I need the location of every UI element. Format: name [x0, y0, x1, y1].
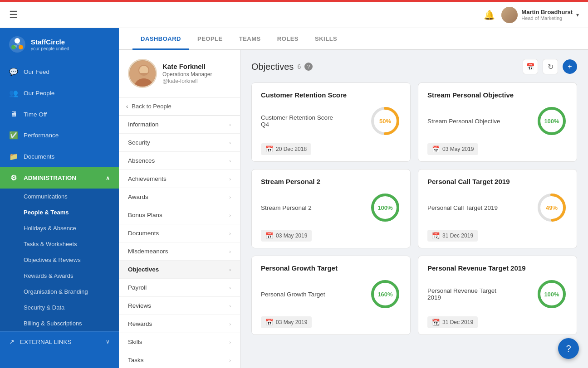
menu-label-skills: Skills	[128, 339, 142, 345]
sidebar-logo: StaffCircle your people unified	[0, 28, 119, 61]
chevron-absences-icon: ›	[229, 158, 231, 164]
sidebar-sub-organisation-branding[interactable]: Organisation & Branding	[0, 284, 119, 300]
tab-teams[interactable]: TEAMS	[231, 28, 269, 50]
obj-card-footer: 📅 03 May 2019	[261, 230, 401, 242]
admin-chevron-icon: ∧	[106, 175, 110, 181]
date-badge: 📆 31 Dec 2019	[427, 230, 478, 242]
sidebar-item-our-feed[interactable]: 💬 Our Feed	[0, 61, 119, 82]
menu-item-objectives[interactable]: Objectives ›	[119, 261, 240, 279]
sidebar-sub-tasks-worksheets[interactable]: Tasks & Worksheets	[0, 236, 119, 252]
objective-card-personal-call-target: Personal Call Target 2019 Personal Call …	[418, 169, 577, 248]
menu-item-documents[interactable]: Documents ›	[119, 224, 240, 242]
chevron-information-icon: ›	[229, 122, 231, 127]
menu-item-misdemeanors[interactable]: Misdemeanors ›	[119, 242, 240, 261]
user-details: Martin Broadhurst Head of Marketing	[521, 9, 573, 21]
sidebar-sub-billing[interactable]: Billing & Subscriptions	[0, 315, 119, 331]
menu-item-tasks[interactable]: Tasks ›	[119, 351, 240, 368]
menu-item-skills[interactable]: Skills ›	[119, 333, 240, 351]
people-sidebar: Kate Forknell Operations Manager @kate-f…	[119, 50, 240, 368]
sidebar-item-performance[interactable]: ✅ Performance	[0, 125, 119, 146]
menu-item-rewards[interactable]: Rewards ›	[119, 315, 240, 333]
user-info[interactable]: Martin Broadhurst Head of Marketing ▾	[501, 7, 579, 23]
float-help-button[interactable]: ?	[558, 338, 579, 359]
user-role: Head of Marketing	[521, 15, 573, 21]
tab-dashboard[interactable]: DASHBOARD	[132, 28, 189, 50]
profile-title: Operations Manager	[162, 71, 212, 77]
objectives-title-text: Objectives	[251, 62, 294, 72]
sidebar-sub-security-data[interactable]: Security & Data	[0, 300, 119, 315]
menu-label-absences: Absences	[128, 157, 155, 164]
menu-item-bonus-plans[interactable]: Bonus Plans ›	[119, 206, 240, 224]
obj-card-footer: 📆 31 Dec 2019	[427, 316, 568, 328]
sidebar-sub-communications[interactable]: Communications	[0, 189, 119, 204]
obj-card-label: Personal Revenue Target 2019	[427, 287, 509, 301]
menu-item-awards[interactable]: Awards ›	[119, 188, 240, 206]
menu-item-payroll[interactable]: Payroll ›	[119, 279, 240, 297]
calendar-date-icon: 📆	[432, 319, 440, 326]
sidebar-item-documents[interactable]: 📁 Documents	[0, 146, 119, 167]
menu-label-awards: Awards	[128, 194, 148, 200]
time-off-icon: 🖥	[9, 110, 18, 118]
chevron-objectives-icon: ›	[229, 267, 231, 272]
calendar-date-icon: 📅	[265, 319, 273, 326]
back-to-people-link[interactable]: ‹ Back to People	[119, 97, 240, 116]
menu-item-reviews[interactable]: Reviews ›	[119, 297, 240, 315]
sidebar-item-time-off[interactable]: 🖥 Time Off	[0, 104, 119, 125]
tab-people[interactable]: PEOPLE	[189, 28, 231, 50]
sidebar-external-links[interactable]: ↗ EXTERNAL LINKS ∨	[0, 331, 119, 352]
sidebar-item-administration[interactable]: ⚙ ADMINISTRATION ∧	[0, 167, 119, 189]
sidebar-sub-holidays-absence[interactable]: Holidays & Absence	[0, 220, 119, 236]
tab-roles[interactable]: ROLES	[269, 28, 307, 50]
chevron-skills-icon: ›	[229, 339, 231, 345]
obj-card-body: Personal Call Target 2019 49%	[427, 192, 568, 223]
menu-label-reviews: Reviews	[128, 302, 151, 309]
hamburger-menu[interactable]: ☰	[9, 9, 18, 21]
topbar-right: 🔔 Martin Broadhurst Head of Marketing ▾	[484, 7, 579, 23]
staffcircle-logo-icon	[8, 35, 26, 53]
svg-point-3	[19, 45, 23, 49]
obj-card-footer: 📅 03 May 2019	[427, 143, 568, 155]
help-badge[interactable]: ?	[304, 63, 313, 71]
back-label: Back to People	[132, 103, 171, 110]
our-people-icon: 👥	[9, 89, 18, 97]
objectives-actions: 📅 ↻ +	[523, 59, 577, 74]
date-text: 31 Dec 2019	[442, 319, 473, 325]
performance-icon: ✅	[9, 131, 18, 140]
add-objective-button[interactable]: +	[563, 59, 577, 74]
sidebar-label-our-feed: Our Feed	[24, 68, 49, 75]
sidebar: StaffCircle your people unified 💬 Our Fe…	[0, 28, 119, 368]
tab-skills[interactable]: SKILLS	[307, 28, 345, 50]
user-avatar	[501, 7, 518, 23]
back-arrow-icon: ‹	[126, 103, 128, 110]
sidebar-item-our-people[interactable]: 👥 Our People	[0, 82, 119, 104]
progress-circle: 100%	[369, 192, 401, 223]
menu-item-achievements[interactable]: Achievements ›	[119, 170, 240, 188]
layout: StaffCircle your people unified 💬 Our Fe…	[0, 28, 588, 368]
sidebar-label-performance: Performance	[24, 132, 59, 139]
refresh-button[interactable]: ↻	[543, 59, 558, 74]
calendar-view-button[interactable]: 📅	[523, 59, 538, 74]
date-badge: 📅 03 May 2019	[261, 316, 312, 328]
chevron-misdemeanors-icon: ›	[229, 249, 231, 254]
calendar-date-icon: 📆	[432, 232, 440, 239]
profile-name: Kate Forknell	[162, 63, 212, 70]
avatar-image	[501, 7, 518, 23]
menu-label-objectives: Objectives	[128, 266, 159, 273]
external-links-icon: ↗	[9, 338, 15, 345]
objectives-area: Objectives 6 ? 📅 ↻ +	[240, 50, 588, 368]
menu-item-security[interactable]: Security ›	[119, 134, 240, 152]
external-links-chevron-icon: ∨	[106, 339, 110, 345]
sidebar-sub-people-teams[interactable]: People & Teams	[0, 204, 119, 220]
menu-label-bonus-plans: Bonus Plans	[128, 212, 162, 218]
menu-item-information[interactable]: Information ›	[119, 116, 240, 134]
sidebar-sub-objectives-reviews[interactable]: Objectives & Reviews	[0, 252, 119, 268]
obj-card-footer: 📆 31 Dec 2019	[427, 230, 568, 242]
sidebar-sub-rewards-awards[interactable]: Rewards & Awards	[0, 268, 119, 284]
menu-label-tasks: Tasks	[128, 357, 144, 363]
notification-bell-icon[interactable]: 🔔	[484, 10, 495, 20]
menu-item-absences[interactable]: Absences ›	[119, 152, 240, 170]
chevron-reviews-icon: ›	[229, 303, 231, 309]
progress-label: 49%	[546, 204, 558, 211]
documents-icon: 📁	[9, 152, 18, 161]
user-menu-chevron-icon: ▾	[576, 12, 579, 18]
